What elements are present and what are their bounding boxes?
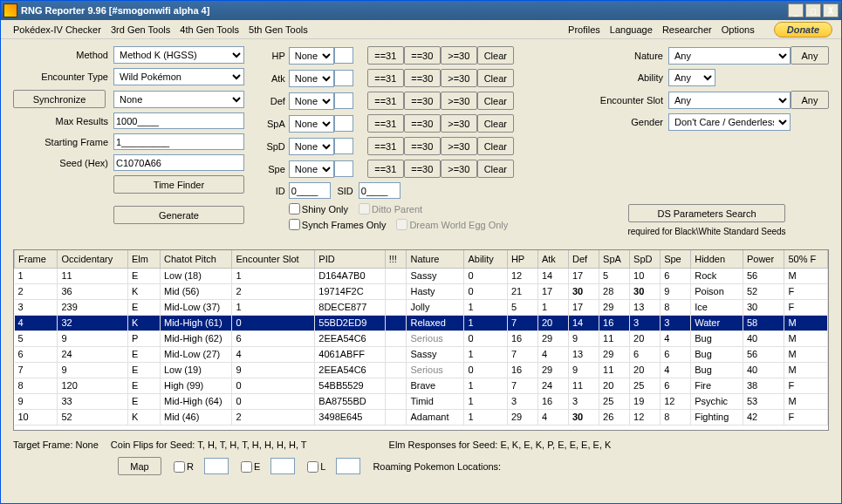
def-eq31[interactable]: ==31 [367,92,404,110]
col-header[interactable]: HP [507,250,537,268]
atk-eq31[interactable]: ==31 [367,69,404,87]
table-row[interactable]: 1052KMid (46)23498E645Adamant12943026128… [15,409,828,425]
col-header[interactable]: Power [743,250,784,268]
ability-select[interactable]: Any [668,69,715,86]
col-header[interactable]: Elm [127,250,160,268]
def-eq30[interactable]: ==30 [404,92,441,110]
minimize-button[interactable]: _ [788,3,804,17]
maxresults-input[interactable] [113,112,244,129]
timefinder-button[interactable]: Time Finder [113,175,244,194]
id-input[interactable] [289,182,331,199]
table-row[interactable]: 111ELow (18)1D164A7B0Sassy01214175106Roc… [15,268,828,283]
col-header[interactable]: Spe [661,250,691,268]
map-button[interactable]: Map [118,457,161,475]
spe-eq30[interactable]: ==30 [404,160,441,178]
spa-clear[interactable]: Clear [477,114,514,133]
col-header[interactable]: Nature [407,250,464,268]
nature-select[interactable]: Any [668,47,791,65]
r-checkbox[interactable] [174,461,185,473]
spd-eq31[interactable]: ==31 [367,137,404,155]
nature-any-button[interactable]: Any [791,46,829,65]
menu-item[interactable]: 3rd Gen Tools [107,23,174,37]
col-header[interactable]: Encounter Slot [232,250,315,268]
dsparam-button[interactable]: DS Parameters Search [628,204,785,222]
table-row[interactable]: 432KMid-High (61)055BD2ED9Relaxed1720141… [15,315,828,330]
atk-clear[interactable]: Clear [477,69,514,87]
spe-select[interactable]: None [289,160,334,178]
e-checkbox[interactable] [241,461,252,473]
spa-eq31[interactable]: ==31 [367,114,404,133]
def-input[interactable] [334,92,353,109]
table-row[interactable]: 59PMid-High (62)62EEA54C6Serious01629911… [15,330,828,346]
col-header[interactable]: 50% F [784,250,828,268]
r-input[interactable] [204,458,229,474]
hp-select[interactable]: None [289,47,334,65]
atk-input[interactable] [334,70,353,86]
enctype-select[interactable]: Wild Pokémon [113,68,244,85]
spd-input[interactable] [334,138,353,154]
def-clear[interactable]: Clear [477,92,514,110]
spe-eq31[interactable]: ==31 [367,160,404,178]
generate-button[interactable]: Generate [113,206,244,224]
spe-clear[interactable]: Clear [477,160,514,178]
hp-eq31[interactable]: ==31 [367,46,404,65]
table-row[interactable]: 8120EHigh (99)054BB5529Brave17241120256F… [15,378,828,393]
hp-eq30[interactable]: ==30 [404,46,441,65]
hp-clear[interactable]: Clear [477,46,514,65]
encslot-select[interactable]: Any [668,92,791,109]
menu-item[interactable]: Researcher [659,23,715,37]
col-header[interactable]: SpA [599,250,630,268]
col-header[interactable]: Frame [15,250,58,268]
menu-item[interactable]: Options [718,23,758,37]
spa-input[interactable] [334,115,353,132]
col-header[interactable]: !!! [385,250,407,268]
spa-ge30[interactable]: >=30 [441,114,477,133]
spa-select[interactable]: None [289,115,334,133]
spd-clear[interactable]: Clear [477,137,514,155]
def-select[interactable]: None [289,92,334,110]
close-button[interactable]: X [823,3,839,17]
menu-item[interactable]: 5th Gen Tools [245,23,311,37]
l-input[interactable] [336,458,360,474]
donate-button[interactable]: Donate [774,22,832,37]
col-header[interactable]: Atk [537,250,568,268]
e-input[interactable] [270,458,295,474]
menu-item[interactable]: Language [606,23,656,37]
synch-checkbox[interactable] [289,219,300,230]
spa-eq30[interactable]: ==30 [404,114,441,133]
l-checkbox[interactable] [307,461,318,473]
col-header[interactable]: Hidden [691,250,743,268]
maximize-button[interactable]: □ [805,3,821,17]
table-row[interactable]: 236KMid (56)219714F2CHasty021173028309Po… [15,283,828,299]
atk-ge30[interactable]: >=30 [441,69,477,87]
menu-item[interactable]: 4th Gen Tools [176,23,243,37]
spd-select[interactable]: None [289,138,334,155]
spd-ge30[interactable]: >=30 [441,137,477,155]
table-row[interactable]: 3239EMid-Low (37)18DECE877Jolly151172913… [15,299,828,315]
sid-input[interactable] [359,182,400,199]
encslot-any-button[interactable]: Any [791,91,829,109]
shiny-checkbox[interactable] [289,203,300,215]
col-header[interactable]: SpD [630,250,661,268]
sync-select[interactable]: None [113,91,244,108]
hp-ge30[interactable]: >=30 [441,46,477,65]
menu-item[interactable]: Pokédex-IV Checker [10,23,105,37]
col-header[interactable]: PID [315,250,385,268]
table-row[interactable]: 933EMid-High (64)0BA8755BDTimid131632519… [15,393,828,409]
atk-eq30[interactable]: ==30 [404,69,441,87]
results-table[interactable]: FrameOccidentaryElmChatot PitchEncounter… [13,249,829,431]
atk-select[interactable]: None [289,70,334,87]
menu-item[interactable]: Profiles [565,23,604,37]
synchronize-button[interactable]: Synchronize [13,90,106,108]
table-row[interactable]: 79ELow (19)92EEA54C6Serious01629911204Bu… [15,362,828,378]
spe-ge30[interactable]: >=30 [441,160,477,178]
table-row[interactable]: 624EMid-Low (27)44061ABFFSassy174132966B… [15,346,828,362]
col-header[interactable]: Def [569,250,599,268]
seed-input[interactable] [113,154,244,171]
col-header[interactable]: Ability [464,250,507,268]
hp-input[interactable] [334,47,353,64]
col-header[interactable]: Chatot Pitch [161,250,232,268]
spe-input[interactable] [334,160,353,177]
method-select[interactable]: Method K (HGSS) [113,46,244,64]
gender-select[interactable]: Don't Care / Genderless [668,113,791,131]
